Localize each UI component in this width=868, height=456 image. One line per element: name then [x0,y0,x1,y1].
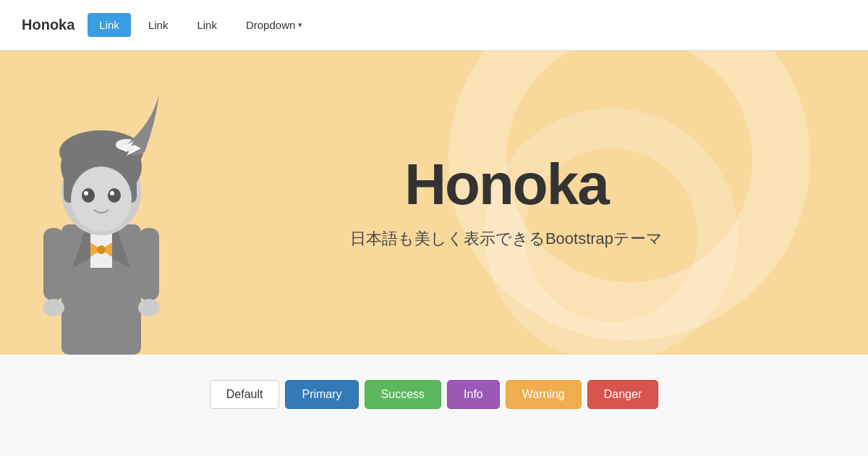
svg-point-20 [110,191,114,195]
navbar: Honoka Link Link Link Dropdown ▾ [0,0,868,51]
svg-point-23 [43,299,64,316]
buttons-section: Default Primary Success Info Warning Dan… [0,355,868,434]
svg-point-24 [138,299,160,316]
nav-link-2[interactable]: Link [137,13,180,37]
btn-primary[interactable]: Primary [285,380,358,409]
svg-point-6 [97,245,106,254]
svg-rect-21 [43,228,64,300]
btn-success[interactable]: Success [365,380,441,409]
character-svg [0,65,203,355]
hero-title: Honoka [350,156,663,214]
hero-content: Honoka 日本語も美しく表示できるBootstrapテーマ [350,156,663,250]
chevron-down-icon: ▾ [298,20,302,30]
btn-danger[interactable]: Danger [587,380,658,409]
svg-point-16 [71,166,132,232]
nav-link-3[interactable]: Link [185,13,229,37]
svg-point-18 [108,188,121,203]
svg-point-27 [127,145,134,152]
btn-warning[interactable]: Warning [506,380,582,409]
hero-character [0,65,203,355]
hero-section: Honoka 日本語も美しく表示できるBootstrapテーマ [0,51,868,355]
btn-default[interactable]: Default [210,380,280,409]
btn-info[interactable]: Info [447,380,500,409]
hero-subtitle: 日本語も美しく表示できるBootstrapテーマ [350,228,663,250]
nav-dropdown-label: Dropdown [246,19,295,31]
navbar-brand: Honoka [22,17,75,33]
svg-rect-22 [139,228,159,300]
nav-link-1[interactable]: Link [88,13,131,37]
svg-point-17 [82,188,95,203]
svg-point-19 [84,191,88,195]
nav-dropdown[interactable]: Dropdown ▾ [234,13,314,37]
